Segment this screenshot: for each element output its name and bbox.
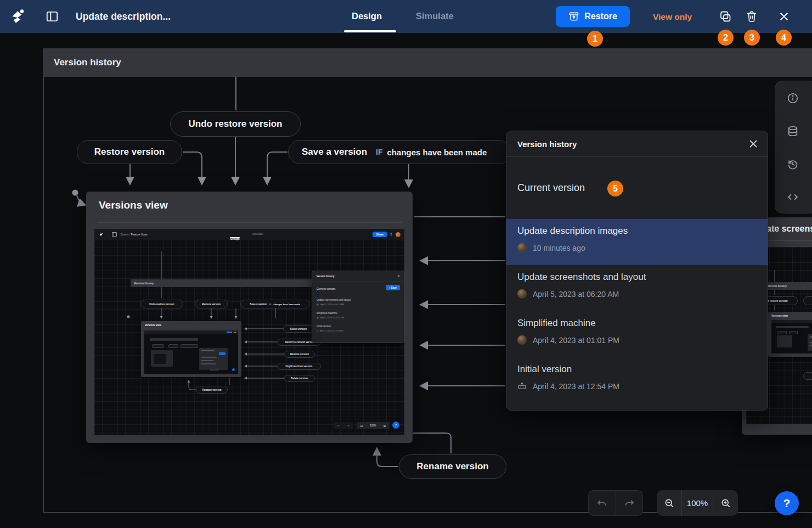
mini-node-restore: Restore version [195,300,228,308]
code-icon[interactable] [787,191,799,203]
mini-avatar [396,232,401,237]
redo-button[interactable] [616,491,643,515]
trash-icon [745,10,758,23]
version-meta: April 4, 2023 at 01:01 PM [533,336,619,345]
mini-save-button: + Save [386,285,400,290]
badge-2: 2 [718,30,734,46]
right-frame-node-restore: Restore version [803,296,812,305]
version-title: Update screenshots and layout [517,272,768,283]
version-row-selected[interactable]: Update description images 10 minutes ago [506,219,768,265]
restore-button[interactable]: Restore [556,6,630,27]
mini-node-save: Save a version IF changes have been made [240,300,309,308]
tab-simulate[interactable]: Simulate [416,11,454,21]
version-meta: April 5, 2023 at 06:20 AM [533,290,619,299]
zoom-out-button[interactable] [657,490,681,516]
tab-design-underline [344,30,396,32]
versions-view-title: Versions view [99,199,168,211]
close-icon [777,10,791,23]
machine-frame-title: Version history [54,57,121,68]
mini-node-rename: Rename version [196,386,228,394]
version-history-header: Version history [506,131,768,157]
right-frame-node-rename: Rename version [803,372,812,380]
view-only-label: View only [653,12,692,22]
version-history-title: Version history [517,139,577,149]
node-label: Rename version [416,461,488,472]
duplicate-button[interactable] [718,9,733,24]
close-button[interactable] [776,9,792,24]
mini-panel-toggle-icon [112,232,117,237]
version-history-panel[interactable]: Version history Current version 5 Update… [506,131,768,411]
version-meta: 10 minutes ago [533,244,585,252]
mini-zoom-controls: ⊖100%⊕ [357,422,390,429]
database-icon[interactable] [787,125,799,137]
node-label: Restore version [94,147,165,158]
mini-close-icon: ✕ [397,274,400,278]
right-toolbar[interactable] [775,81,812,214]
version-title: Update description images [517,226,768,237]
avatar [517,289,527,299]
avatar [517,243,527,252]
mini-node-restore2: Restore version [284,351,315,358]
version-row[interactable]: Simplified machine April 4, 2023 at 01:0… [506,311,768,357]
sidebar-toggle-icon[interactable] [45,9,59,24]
mini-help-button: ? [392,422,399,429]
deepest-screenshot [144,330,238,374]
node-save-a-version[interactable]: Save a version IF changes have been made [288,140,511,164]
node-label: Save a version [302,147,367,158]
mini-share-button: Share [373,232,387,237]
version-preview-screenshot: ⌄ Stately / Feature flows Design Simulat… [94,229,404,435]
tab-design[interactable]: Design [352,11,382,21]
divider [97,222,402,223]
avatar [517,335,527,345]
redo-icon [623,497,635,509]
current-version-label[interactable]: Current version [517,182,585,194]
info-icon[interactable] [787,92,799,104]
zoom-controls[interactable]: 100% [657,490,738,516]
mini-node-duplicate: Duplicate from version [277,363,321,370]
version-title: Initial version [517,364,768,375]
machine-frame-header[interactable]: Version history [43,48,812,77]
mini-undo-redo: ↶↷ [334,422,353,429]
undo-icon [596,497,608,509]
badge-5: 5 [607,181,623,196]
version-row[interactable]: Initial version April 4, 2023 at 12:54 P… [506,357,768,403]
stately-logo-icon[interactable] [8,7,26,26]
zoom-in-button[interactable] [713,490,738,516]
versions-view-panel[interactable]: Versions view [86,192,413,443]
node-undo-restore-version[interactable]: Undo restore version [170,111,301,137]
badge-1: 1 [587,31,603,47]
history-icon[interactable] [787,158,799,170]
robot-icon [517,381,527,391]
restore-icon [568,11,579,22]
app-canvas[interactable]: Version history Undo res [0,0,812,528]
mini-version-history-panel: Version history ✕ Current version + Save… [312,271,404,343]
mini-export-icon: ↥ [390,232,393,237]
machine-frame-left-border [43,77,44,512]
badge-3: 3 [744,30,760,46]
delete-button[interactable] [744,9,759,24]
help-button[interactable]: ? [775,491,799,515]
undo-button[interactable] [589,491,616,515]
duplicate-icon [719,10,732,23]
mini-tab-simulate: Simulate [252,232,263,235]
version-title: Simplified machine [517,318,768,329]
undo-redo-group[interactable] [588,490,643,516]
mini-tab-design: Design [230,232,240,242]
condition-label: changes have been made [387,148,487,157]
mini-versions-view-panel: Versions view [141,321,241,377]
mini-topbar: ⌄ Stately / Feature flows Design Simulat… [94,229,404,240]
mini-node-undo-restore: Undo restore version [140,300,183,308]
topbar: Update description... Design Simulate Re… [0,0,812,33]
version-row[interactable]: Update screenshots and layout April 5, 2… [506,265,768,311]
panel-close-icon[interactable] [749,139,758,148]
badge-4: 4 [776,30,792,46]
node-rename-version[interactable]: Rename version [399,454,506,479]
right-frame-versions-view: Versions view [768,312,812,357]
mini-node-delete: Delete version [284,375,315,382]
initial-state-marker [72,190,78,196]
zoom-level[interactable]: 100% [681,490,713,516]
mini-node-select-version: Select version [283,325,314,333]
document-title[interactable]: Update description... [76,11,171,23]
node-label: Undo restore version [189,119,283,130]
node-restore-version[interactable]: Restore version [77,140,182,164]
